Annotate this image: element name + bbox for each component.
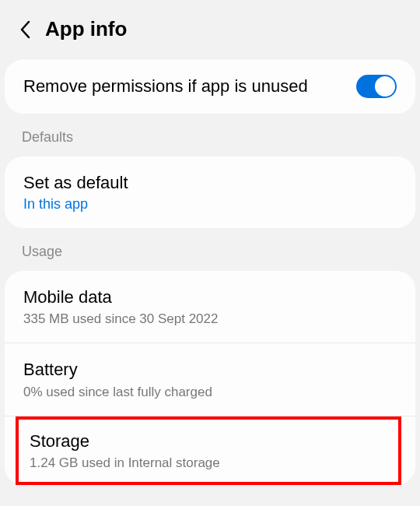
section-usage-label: Usage [0,228,420,271]
back-icon[interactable] [19,19,31,40]
remove-permissions-title: Remove permissions if app is unused [23,76,308,98]
mobile-data-row[interactable]: Mobile data 335 MB used since 30 Sept 20… [5,271,415,343]
battery-title: Battery [23,359,212,381]
remove-permissions-toggle[interactable] [356,75,397,98]
toggle-knob [375,76,395,97]
storage-title: Storage [30,430,220,453]
set-as-default-title: Set as default [23,172,128,195]
storage-highlight: Storage 1.24 GB used in Internal storage [16,416,401,486]
mobile-data-title: Mobile data [23,286,218,309]
page-title: App info [45,17,127,41]
remove-permissions-row[interactable]: Remove permissions if app is unused [5,59,415,114]
set-as-default-row[interactable]: Set as default In this app [5,156,415,228]
storage-sub: 1.24 GB used in Internal storage [30,455,220,471]
mobile-data-sub: 335 MB used since 30 Sept 2022 [23,311,218,327]
battery-row[interactable]: Battery 0% used since last fully charged [5,343,415,416]
section-defaults-label: Defaults [0,114,420,156]
set-as-default-sub: In this app [23,196,128,213]
battery-sub: 0% used since last fully charged [23,385,212,400]
storage-row[interactable]: Storage 1.24 GB used in Internal storage [19,420,398,475]
